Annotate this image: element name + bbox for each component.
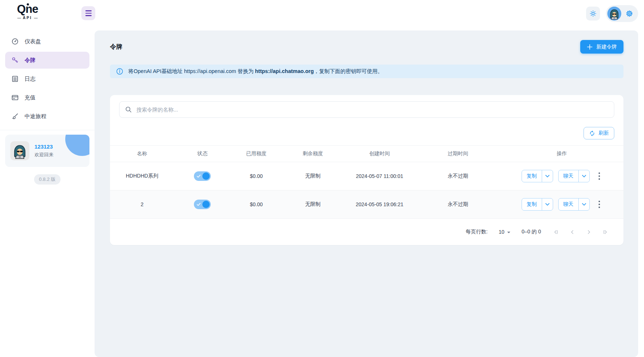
token-created: 2024-05-05 19:06:21 [343, 190, 415, 219]
page-title: 令牌 [110, 43, 122, 51]
sidebar-item-label: 令牌 [25, 57, 36, 64]
sidebar-item-logs[interactable]: 日志 [5, 70, 89, 87]
last-page-button[interactable] [601, 228, 609, 236]
rows-per-page-select[interactable]: 10 [498, 229, 511, 235]
chat-button[interactable]: 聊天 [559, 170, 578, 182]
theme-toggle-button[interactable] [586, 7, 600, 21]
check-icon [196, 174, 201, 179]
decorative-bubble [65, 135, 89, 156]
copy-dropdown-caret[interactable] [542, 198, 553, 210]
col-status: 状态 [174, 146, 231, 162]
sun-icon [589, 10, 597, 18]
paintbrush-icon [11, 112, 19, 120]
col-name: 名称 [110, 146, 174, 162]
col-created-time: 创建时间 [343, 146, 415, 162]
topbar: Qne API [0, 0, 644, 26]
token-row: HDHDHD系列 $0.00 无限制 2024-05-07 11:00:01 [110, 162, 623, 190]
log-icon [11, 75, 19, 83]
token-remaining: 无限制 [282, 190, 343, 219]
sidebar-item-tokens[interactable]: 令牌 [5, 52, 89, 69]
notice-text: 将OpenAI API基础地址 https://api.openai.com 替… [128, 68, 383, 75]
sidebar-item-midjourney[interactable]: 中途旅程 [5, 108, 89, 125]
copy-button[interactable]: 复制 [522, 198, 542, 210]
sidebar: 仪表盘 令牌 [0, 26, 95, 357]
menu-toggle-button[interactable] [81, 6, 95, 20]
col-actions: 操作 [500, 146, 623, 162]
user-name: 123123 [34, 143, 54, 150]
status-toggle[interactable] [194, 200, 211, 209]
user-avatar [10, 141, 29, 160]
token-row: 2 $0.00 无限制 2024-05-05 19:06:21 [110, 190, 623, 219]
profile-menu[interactable] [606, 5, 638, 22]
gauge-icon [11, 37, 19, 45]
table-header-row: 名称 状态 已用额度 剩余额度 创建时间 过期时间 操作 [110, 146, 623, 162]
sidebar-item-topup[interactable]: 充值 [5, 89, 89, 106]
main-panel: 令牌 新建令牌 将OpenAI API基础地址 https://ap [95, 30, 638, 357]
chat-dropdown-caret[interactable] [578, 170, 589, 182]
sidebar-item-dashboard[interactable]: 仪表盘 [5, 33, 89, 50]
first-page-button[interactable] [552, 228, 560, 236]
refresh-icon [589, 130, 595, 136]
api-base-notice: 将OpenAI API基础地址 https://api.openai.com 替… [110, 65, 623, 78]
token-used: $0.00 [231, 190, 282, 219]
token-expires: 永不过期 [416, 190, 500, 219]
col-remaining-quota: 剩余额度 [282, 146, 343, 162]
rows-per-page-label: 每页行数: [466, 229, 488, 235]
refresh-button[interactable]: 刷新 [584, 127, 614, 139]
plus-icon [587, 44, 593, 50]
token-name: 2 [110, 190, 174, 219]
search-icon [125, 106, 132, 115]
brand-logo: Qne API [7, 3, 48, 20]
version-badge: 0.8.2 版 [34, 174, 60, 185]
status-toggle[interactable] [194, 171, 211, 181]
info-icon [116, 68, 124, 75]
user-avatar [607, 7, 621, 21]
token-expires: 永不过期 [416, 162, 500, 190]
user-greeting: 欢迎回来 [34, 152, 54, 158]
row-more-menu[interactable] [596, 170, 603, 182]
chat-button[interactable]: 聊天 [559, 198, 578, 210]
sidebar-item-label: 充值 [25, 94, 36, 101]
col-expiry-time: 过期时间 [416, 146, 500, 162]
new-token-button[interactable]: 新建令牌 [580, 40, 623, 54]
chevron-down-icon [507, 229, 511, 235]
next-page-button[interactable] [585, 228, 593, 236]
settings-gear-icon[interactable] [625, 9, 634, 18]
token-used: $0.00 [231, 162, 282, 190]
sidebar-item-label: 中途旅程 [25, 113, 47, 120]
sidebar-item-label: 仪表盘 [25, 38, 41, 45]
token-name: HDHDHD系列 [110, 162, 174, 190]
token-created: 2024-05-07 11:00:01 [343, 162, 415, 190]
credit-card-icon [11, 94, 19, 102]
search-input[interactable] [119, 101, 614, 118]
key-icon [11, 56, 19, 64]
col-used-quota: 已用额度 [231, 146, 282, 162]
pagination-range: 0–0 的 0 [522, 229, 541, 235]
row-more-menu[interactable] [596, 198, 603, 211]
brand-sub: API [7, 16, 48, 20]
brand-logo-dot [27, 3, 29, 6]
copy-button[interactable]: 复制 [522, 170, 542, 182]
user-card[interactable]: 123123 欢迎回来 [5, 135, 89, 167]
chat-dropdown-caret[interactable] [578, 198, 589, 210]
tokens-table: 名称 状态 已用额度 剩余额度 创建时间 过期时间 操作 HDHDHD系列 [110, 145, 623, 219]
sidebar-item-label: 日志 [25, 76, 36, 83]
pagination: 每页行数: 10 0–0 的 0 [119, 219, 614, 245]
check-icon [196, 202, 201, 208]
tokens-card: 刷新 名称 状态 已用额度 剩余额度 创建时间 过期时间 操作 [110, 95, 623, 245]
copy-dropdown-caret[interactable] [542, 170, 553, 182]
previous-page-button[interactable] [568, 228, 576, 236]
token-remaining: 无限制 [282, 162, 343, 190]
